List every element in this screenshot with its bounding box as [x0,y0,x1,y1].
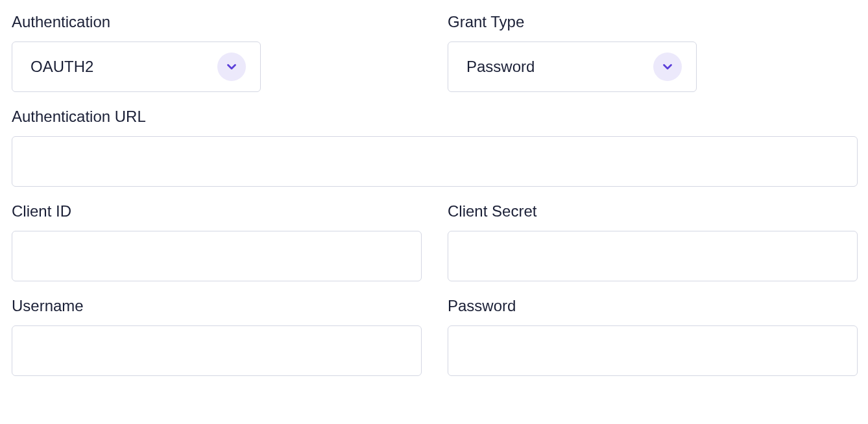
client-secret-field: Client Secret [448,202,858,281]
password-field: Password [448,297,858,376]
grant-type-value: Password [466,58,535,76]
username-input[interactable] [12,325,422,376]
client-secret-input[interactable] [448,231,858,281]
grant-type-field: Grant Type Password [448,13,858,92]
client-id-input[interactable] [12,231,422,281]
chevron-down-icon [217,53,246,81]
authentication-label: Authentication [12,13,422,31]
password-label: Password [448,297,858,315]
authentication-value: OAUTH2 [30,58,93,76]
authentication-field: Authentication OAUTH2 [12,13,422,92]
auth-url-field: Authentication URL [12,108,858,187]
chevron-down-icon [653,53,682,81]
auth-url-label: Authentication URL [12,108,858,126]
auth-url-input[interactable] [12,136,858,187]
auth-form: Authentication OAUTH2 Grant Type Passwor… [12,13,856,376]
username-field: Username [12,297,422,376]
client-id-field: Client ID [12,202,422,281]
grant-type-label: Grant Type [448,13,858,31]
client-id-label: Client ID [12,202,422,220]
username-label: Username [12,297,422,315]
client-secret-label: Client Secret [448,202,858,220]
grant-type-select[interactable]: Password [448,41,697,92]
authentication-select[interactable]: OAUTH2 [12,41,261,92]
password-input[interactable] [448,325,858,376]
